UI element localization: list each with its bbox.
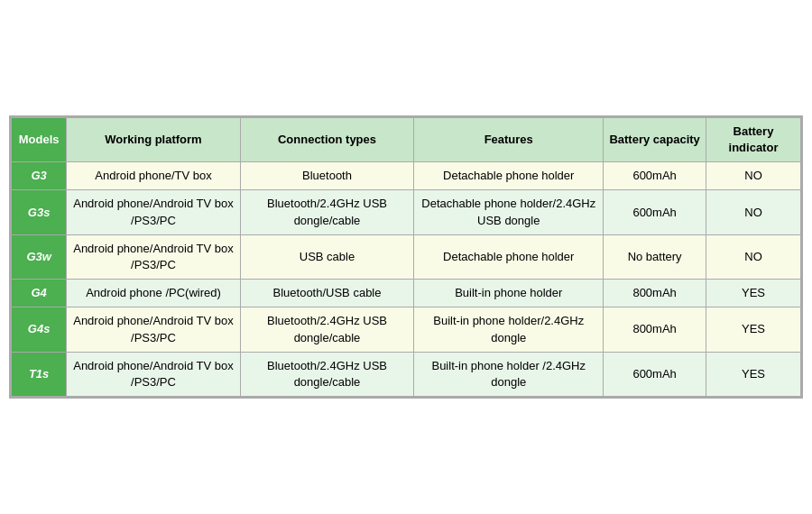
header-battery-capacity: Battery capacity [604, 117, 706, 161]
cell-features: Detachable phone holder [414, 162, 604, 190]
cell-battery-indicator: NO [706, 162, 801, 190]
cell-platform: Android phone/Android TV box /PS3/PC [67, 307, 241, 352]
header-connection: Connection types [240, 117, 414, 161]
cell-battery-indicator: YES [706, 352, 801, 396]
cell-battery-capacity: 800mAh [604, 280, 706, 307]
cell-connection: USB cable [240, 234, 414, 279]
cell-battery-capacity: 800mAh [604, 307, 706, 352]
header-features: Features [414, 117, 604, 161]
cell-battery-capacity: 600mAh [604, 190, 706, 234]
cell-platform: Android phone/Android TV box /PS3/PC [67, 352, 241, 396]
comparison-table-wrapper: Models Working platform Connection types… [9, 115, 803, 399]
cell-battery-indicator: YES [706, 307, 801, 352]
cell-connection: Bluetooth/2.4GHz USB dongle/cable [240, 190, 414, 234]
cell-features: Detachable phone holder [414, 234, 604, 279]
cell-platform: Android phone/Android TV box /PS3/PC [67, 234, 241, 279]
table-row: T1sAndroid phone/Android TV box /PS3/PCB… [12, 352, 801, 396]
header-battery-indicator: Battery indicator [706, 117, 801, 161]
comparison-table: Models Working platform Connection types… [11, 117, 801, 397]
header-platform: Working platform [67, 117, 241, 161]
cell-model: G3 [12, 162, 67, 190]
table-row: G4Android phone /PC(wired)Bluetooth/USB … [12, 280, 801, 307]
cell-platform: Android phone/TV box [67, 162, 241, 190]
cell-features: Built-in phone holder/2.4GHz dongle [414, 307, 604, 352]
cell-platform: Android phone /PC(wired) [67, 280, 241, 307]
cell-features: Built-in phone holder /2.4GHz dongle [414, 352, 604, 396]
table-row: G3wAndroid phone/Android TV box /PS3/PCU… [12, 234, 801, 279]
cell-battery-capacity: 600mAh [604, 162, 706, 190]
cell-model: G3w [12, 234, 67, 279]
table-row: G3sAndroid phone/Android TV box /PS3/PCB… [12, 190, 801, 234]
cell-battery-capacity: 600mAh [604, 352, 706, 396]
header-models: Models [12, 117, 67, 161]
header-row: Models Working platform Connection types… [12, 117, 801, 161]
cell-model: G4 [12, 280, 67, 307]
cell-connection: Bluetooth/2.4GHz USB dongle/cable [240, 352, 414, 396]
cell-features: Built-in phone holder [414, 280, 604, 307]
cell-features: Detachable phone holder/2.4GHz USB dongl… [414, 190, 604, 234]
cell-battery-indicator: YES [706, 280, 801, 307]
cell-connection: Bluetooth/2.4GHz USB dongle/cable [240, 307, 414, 352]
cell-battery-indicator: NO [706, 234, 801, 279]
cell-connection: Bluetooth/USB cable [240, 280, 414, 307]
table-row: G4sAndroid phone/Android TV box /PS3/PCB… [12, 307, 801, 352]
table-row: G3Android phone/TV boxBluetoothDetachabl… [12, 162, 801, 190]
cell-model: G4s [12, 307, 67, 352]
cell-battery-capacity: No battery [604, 234, 706, 279]
cell-model: T1s [12, 352, 67, 396]
cell-connection: Bluetooth [240, 162, 414, 190]
cell-model: G3s [12, 190, 67, 234]
cell-battery-indicator: NO [706, 190, 801, 234]
cell-platform: Android phone/Android TV box /PS3/PC [67, 190, 241, 234]
